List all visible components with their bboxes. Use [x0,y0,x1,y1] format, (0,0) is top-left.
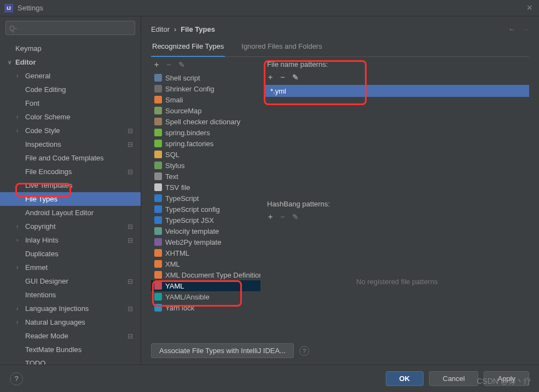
filetype-icon [154,194,162,202]
filetype-icon [154,282,162,290]
tab-ignored[interactable]: Ignored Files and Folders [240,42,323,56]
filetype-item[interactable]: XML Document Type Definition [151,269,260,280]
pattern-edit-icon[interactable]: ✎ [292,73,299,82]
filetype-label: spring.binders [165,129,210,137]
filetype-item[interactable]: TypeScript JSX [151,215,260,226]
add-icon[interactable]: + [154,60,159,69]
filetype-item[interactable]: Web2Py template [151,237,260,247]
associate-button[interactable]: Associate File Types with IntelliJ IDEA.… [151,343,294,358]
tree-item[interactable]: Font [0,96,141,110]
tree-item-label: Reader Mode [25,332,68,340]
tree-item[interactable]: Inspections⊟ [0,137,141,151]
tree-item-label: Duplicates [25,250,59,258]
filetypes-list[interactable]: Shell scriptShrinker ConfigSmaliSourceMa… [151,72,260,339]
filetype-item[interactable]: Yarn lock [151,302,260,313]
tree-item-label: File Encodings [25,168,72,176]
tree-item[interactable]: Live Templates [0,178,141,192]
tree-item-label: General [25,72,50,80]
tree-item[interactable]: ›Color Scheme [0,110,141,124]
tree-item[interactable]: File Types [0,192,141,206]
tree-item[interactable]: ›Inlay Hints⊟ [0,233,141,247]
filetype-item[interactable]: Smali [151,94,260,105]
tree-item-label: Keymap [15,44,42,53]
filetype-label: XML Document Type Definition [165,271,260,279]
pattern-item[interactable]: *.yml [265,85,529,97]
filetype-icon [154,107,162,114]
filetype-label: YAML [165,282,184,290]
tree-item[interactable]: ∨Editor [0,55,141,69]
filetype-item[interactable]: YAML/Ansible [151,291,260,302]
patterns-section: File name patterns: + − ✎ *.yml [265,57,529,97]
chevron-icon: › [16,128,18,134]
tree-item[interactable]: Duplicates [0,247,141,261]
breadcrumb-a: Editor [151,25,170,33]
pattern-remove-icon[interactable]: − [280,73,285,82]
filetype-item[interactable]: SQL [151,149,260,160]
hb-edit-icon[interactable]: ✎ [292,212,299,221]
ok-button[interactable]: OK [386,371,424,386]
main-panel: Editor › File Types ← → Recognized File … [141,16,539,365]
hb-remove-icon[interactable]: − [280,212,285,221]
filetype-item[interactable]: TypeScript config [151,204,260,215]
gear-icon: ⊟ [127,141,133,148]
edit-icon[interactable]: ✎ [178,60,185,69]
tree-item[interactable]: Intentions [0,288,141,302]
filetype-item[interactable]: SourceMap [151,105,260,116]
chevron-icon: › [16,223,18,229]
filetype-item[interactable]: Stylus [151,160,260,171]
filetype-item[interactable]: Text [151,171,260,182]
filetype-item[interactable]: XHTML [151,247,260,258]
tree-item[interactable]: File Encodings⊟ [0,165,141,178]
footer: ? OK Cancel Apply [0,365,539,392]
hb-add-icon[interactable]: + [268,212,273,221]
remove-icon[interactable]: − [166,60,171,69]
tree-item[interactable]: GUI Designer⊟ [0,274,141,288]
tree-item[interactable]: ›Natural Languages [0,315,141,329]
tree-item[interactable]: ›Copyright⊟ [0,220,141,233]
apply-button[interactable]: Apply [484,371,529,386]
pattern-add-icon[interactable]: + [268,73,273,82]
tree-item[interactable]: Keymap [0,42,141,55]
nav-back-icon[interactable]: ← [508,25,515,33]
tree-item-label: File Types [25,195,57,203]
tree-item[interactable]: File and Code Templates [0,151,141,165]
filetype-item[interactable]: spring.factories [151,138,260,149]
search-input[interactable] [5,21,135,35]
filetype-icon [154,74,162,82]
tree-item[interactable]: ›General [0,69,141,83]
settings-tree[interactable]: Keymap∨Editor›GeneralCode EditingFont›Co… [0,39,141,365]
chevron-icon: › [16,73,18,79]
filetype-item[interactable]: TSV file [151,182,260,193]
filetype-item[interactable]: Spell checker dictionary [151,116,260,127]
tree-item[interactable]: Android Layout Editor [0,206,141,220]
filetype-icon [154,162,162,169]
gear-icon: ⊟ [127,332,133,340]
tree-item[interactable]: ›Code Style⊟ [0,124,141,137]
tree-item[interactable]: TextMate Bundles [0,343,141,356]
tree-item[interactable]: Code Editing [0,83,141,96]
tree-item[interactable]: Reader Mode⊟ [0,329,141,343]
tab-recognized[interactable]: Recognized File Types [151,42,225,57]
hashbang-toolbar: + − ✎ [265,209,529,224]
help-icon[interactable]: ? [299,346,309,356]
filetype-icon [154,85,162,93]
help-button[interactable]: ? [10,372,23,385]
cancel-button[interactable]: Cancel [429,371,478,386]
filetype-item[interactable]: TypeScript [151,193,260,204]
close-icon[interactable]: × [524,2,535,14]
nav-forward-icon[interactable]: → [522,25,529,33]
filetype-item[interactable]: Velocity template [151,226,260,237]
tree-item[interactable]: ›Emmet [0,261,141,274]
filetype-label: TypeScript JSX [165,216,214,224]
filetype-item[interactable]: Shrinker Config [151,83,260,94]
filetype-label: Smali [165,96,183,104]
tree-item-label: Android Layout Editor [25,209,94,217]
filetype-icon [154,118,162,125]
tree-item-label: Live Templates [25,181,72,189]
filetype-item[interactable]: Shell script [151,72,260,83]
tree-item[interactable]: ›Language Injections⊟ [0,302,141,315]
filetype-item[interactable]: XML [151,258,260,269]
filetype-item[interactable]: spring.binders [151,127,260,138]
tree-item[interactable]: TODO [0,356,141,365]
filetype-item[interactable]: YAML [151,280,260,291]
